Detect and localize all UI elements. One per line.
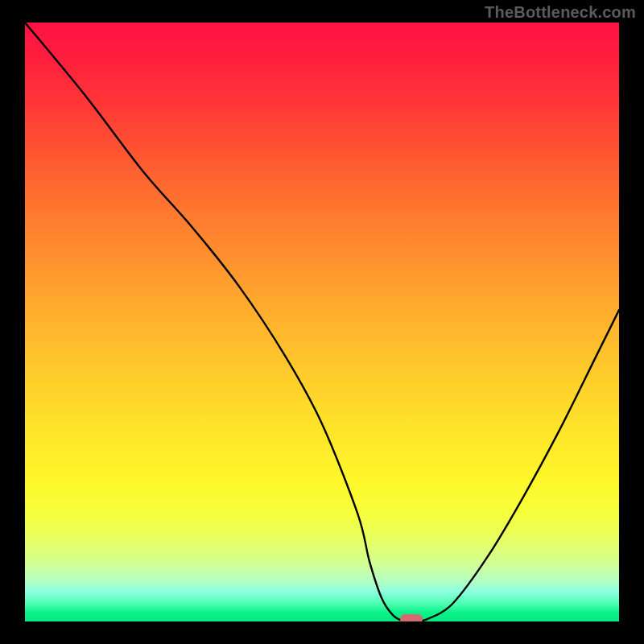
watermark-text: TheBottleneck.com <box>485 3 636 22</box>
bottleneck-curve <box>25 23 619 621</box>
chart-frame: TheBottleneck.com <box>0 0 644 644</box>
curve-path <box>25 23 619 621</box>
plot-area <box>25 23 619 621</box>
optimum-marker <box>400 614 423 621</box>
